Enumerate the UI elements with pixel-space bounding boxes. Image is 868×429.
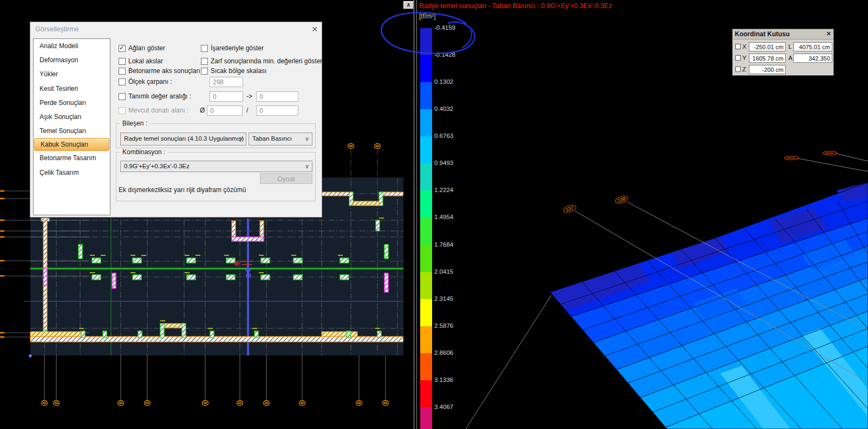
z-coordinate-field[interactable]: -200 cm: [749, 65, 786, 74]
component-group-label: Bileşen :: [120, 120, 149, 127]
diaphragm-note: Ek dışmerkezliksiz yarı rijit diyafram ç…: [119, 186, 246, 194]
legend-color-swatch: [420, 109, 432, 137]
chevron-down-icon: ∨: [305, 163, 309, 170]
category-list-item[interactable]: Kabuk Sonuçları: [34, 138, 109, 151]
a-field[interactable]: 342.350: [793, 54, 832, 63]
legend-color-swatch: [420, 163, 432, 191]
component-dropdown-value: Radye temel sonuçları (4.10.3 Uygulanmış…: [124, 135, 244, 142]
combination-dropdown[interactable]: 0.9G'+Ey'+0.3Ex'-0.3Ez ∨: [120, 161, 312, 172]
option-row: ✓ Sıcak bölge skalası: [201, 68, 320, 77]
value-range-checkbox[interactable]: [119, 93, 126, 100]
result-unit: [tf/m²]: [419, 12, 436, 20]
category-list-item[interactable]: Temel Sonuçları: [34, 124, 110, 138]
legend-color-swatch: [420, 245, 432, 273]
option-checkbox[interactable]: ✓: [119, 68, 126, 75]
legend-value: 3.4067: [434, 404, 453, 410]
legend-color-swatch: [420, 82, 432, 110]
x-checkbox[interactable]: [735, 44, 741, 49]
legend-value: 0.9493: [434, 160, 453, 166]
legend-color-swatch: [420, 28, 432, 56]
option-label: Lokal akslar: [128, 57, 163, 65]
category-list-item[interactable]: Aşık Sonuçları: [34, 110, 110, 124]
axis-bubble-137: 137: [563, 204, 577, 214]
option-checkbox[interactable]: ✓: [119, 58, 126, 65]
legend-value: 0.4032: [434, 105, 453, 112]
legend-value: 2.3145: [434, 295, 453, 302]
option-checkbox[interactable]: ✓: [119, 45, 126, 52]
legend-color-swatch: [420, 55, 432, 83]
legend-color-swatch: [420, 136, 432, 164]
coordinate-box-title[interactable]: Koordinat Kutusu ✕: [733, 29, 833, 39]
rebar-area-label: Mevcut donatı alanı :: [128, 107, 188, 114]
option-checkbox[interactable]: ✓: [201, 68, 208, 75]
z-checkbox[interactable]: [735, 67, 741, 72]
category-list: Analiz Modeli Deformasyon Yükler Kesit T…: [33, 38, 110, 215]
option-row: ✓ Betonarme aks sonuçları: [119, 68, 200, 77]
component-dropdown[interactable]: Radye temel sonuçları (4.10.3 Uygulanmış…: [120, 133, 246, 146]
legend-color-swatch: [420, 190, 432, 218]
category-list-item[interactable]: Deformasyon: [34, 53, 110, 67]
combination-group-label: Kombinasyon :: [120, 148, 167, 156]
legend-value: -0.4159: [434, 24, 455, 31]
option-row: ✓ Zarf sonuçlarında min. değerleri göste…: [201, 58, 320, 68]
chevron-down-icon: ∨: [239, 135, 243, 142]
pane-splitter[interactable]: [414, 0, 414, 429]
legend-value: 1.4954: [434, 214, 453, 220]
close-icon[interactable]: ✕: [826, 30, 831, 37]
rebar-dia-input: 0: [207, 105, 243, 116]
range-to-input[interactable]: 0: [256, 91, 298, 102]
category-list-item[interactable]: Kesit Tesirleri: [34, 82, 110, 96]
category-list-item[interactable]: Çelik Tasarım: [34, 166, 110, 180]
x-coordinate-field[interactable]: -250.01 cm: [749, 42, 786, 51]
application-window: ∧: [0, 0, 868, 429]
legend-value: 3.1336: [434, 377, 453, 383]
scale-factor-checkbox[interactable]: [119, 78, 126, 85]
rebar-spacing-input: 0: [256, 105, 298, 116]
visualization-dialog: Görselleştirme ✕ Analiz Modeli Deformasy…: [30, 22, 322, 217]
option-label: Betonarme aks sonuçları: [128, 67, 200, 75]
legend-value: 2.8606: [434, 349, 453, 356]
rebar-area-checkbox: [119, 107, 126, 114]
chevron-down-icon: ∨: [305, 135, 309, 142]
category-list-item[interactable]: Betonarme Tasarım: [34, 151, 110, 165]
svg-text:137: 137: [565, 205, 574, 213]
result-title: Radye temel sonuçları - Taban Basıncı : …: [419, 2, 612, 10]
legend-color-swatch: [420, 217, 432, 245]
y-checkbox[interactable]: [735, 55, 741, 61]
legend-row: 3.4067: [420, 407, 480, 429]
l-label: L: [788, 43, 792, 50]
scroll-up-button[interactable]: ∧: [403, 1, 414, 9]
z-axis-label: Z: [742, 66, 746, 72]
option-checkbox[interactable]: ✓: [201, 58, 208, 65]
close-icon[interactable]: ✕: [309, 25, 320, 34]
play-button[interactable]: Oynat: [260, 173, 312, 184]
category-list-item[interactable]: Analiz Modeli: [34, 39, 110, 53]
option-label: Sıcak bölge skalası: [211, 67, 266, 75]
legend-value: 0.1302: [434, 78, 453, 85]
legend-value: 0.6763: [434, 133, 453, 139]
range-from-input[interactable]: 0: [210, 91, 243, 102]
legend-color-swatch: [420, 407, 432, 429]
legend-value: 1.7684: [434, 241, 453, 248]
legend-value: -0.1428: [434, 51, 455, 58]
combination-dropdown-value: 0.9G'+Ey'+0.3Ex'-0.3Ez: [124, 163, 190, 169]
rebar-separator: /: [246, 107, 248, 114]
result-type-dropdown[interactable]: Taban Basıncı ∨: [249, 133, 312, 146]
pane-splitter-shadow: [416, 0, 417, 429]
option-label: Ağları göster: [128, 44, 165, 52]
category-list-item[interactable]: Perde Sonuçları: [34, 96, 110, 110]
legend-color-swatch: [420, 380, 432, 408]
a-label: A: [788, 55, 792, 61]
option-row: ✓ Lokal akslar: [119, 58, 200, 68]
legend-color-swatch: [420, 326, 432, 354]
option-checkbox[interactable]: ✓: [201, 45, 208, 52]
y-coordinate-field[interactable]: 1605.78 cm: [749, 54, 786, 63]
legend-color-swatch: [420, 299, 432, 327]
l-field[interactable]: 4075.01 cm: [793, 42, 832, 51]
legend-value: 2.5876: [434, 322, 453, 329]
category-list-item[interactable]: Yükler: [34, 67, 110, 81]
y-axis-label: Y: [742, 55, 746, 61]
option-row: ✓ İşaretleriyle göster: [201, 45, 320, 55]
scale-factor-input[interactable]: 298: [210, 77, 243, 87]
range-arrow: ->: [246, 93, 252, 100]
